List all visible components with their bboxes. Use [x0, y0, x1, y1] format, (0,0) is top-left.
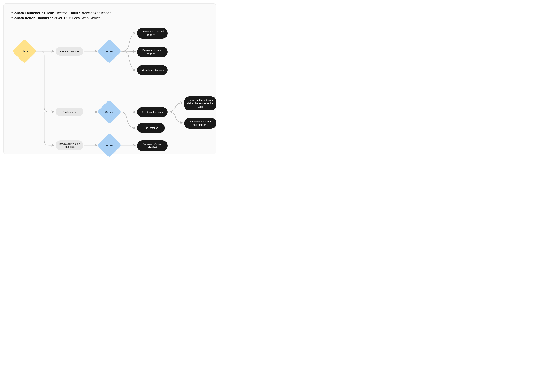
download-libs-pill: Download libs and register it [137, 47, 168, 57]
client-label: Client [21, 50, 28, 53]
server-label-3: Server [105, 144, 114, 147]
header-line1-rest: Client: Electron / Tauri / Browser Appli… [43, 11, 111, 15]
download-manifest-pill: Download Version Manifest [56, 140, 83, 150]
connectors-svg [4, 4, 216, 154]
server-diamond-3: Server [97, 133, 121, 157]
header-line2-rest: Server: Rust Local Web-Server [51, 16, 100, 20]
download-assets-pill: Download assets and register it [137, 28, 168, 39]
server-diamond-1: Server [97, 39, 121, 63]
run-instance-pill: Run Instance [56, 107, 83, 116]
create-instance-pill: Create Instance [56, 47, 83, 56]
metacache-exists-pill: ? metacache exists [137, 107, 168, 117]
header-line2-bold: “Sonata Action Handler” [11, 16, 51, 20]
init-instance-dir-pill: Init Instance directory [137, 65, 168, 75]
else-download-libs-pill: else download all libs and register it [184, 118, 216, 129]
server-diamond-2: Server [97, 99, 121, 124]
server-label-1: Server [105, 50, 114, 53]
run-instance-action-pill: Run Instance [137, 123, 165, 133]
download-manifest-action-pill: Download Version Manifest [137, 140, 168, 151]
compare-libs-pill: comapare libs paths on disk with metacac… [184, 97, 216, 111]
header: “Sonata Launcher ” Client: Electron / Ta… [11, 11, 111, 21]
client-diamond: Client [12, 39, 36, 63]
header-line1-bold: “Sonata Launcher ” [11, 11, 43, 15]
diagram-frame: “Sonata Launcher ” Client: Electron / Ta… [3, 3, 216, 154]
server-label-2: Server [105, 111, 114, 113]
